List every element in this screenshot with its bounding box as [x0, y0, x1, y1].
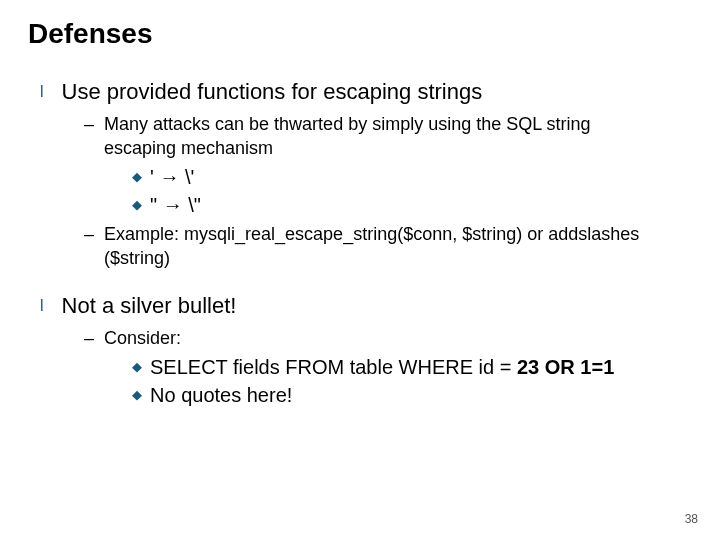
sql-query-line: ◆ SELECT fields FROM table WHERE id = 23…	[132, 354, 692, 380]
bullet-2: l Not a silver bullet!	[40, 292, 692, 320]
bullet-2-text: Not a silver bullet!	[62, 292, 237, 320]
query-injection: 23 OR 1=1	[517, 356, 614, 378]
dash-marker: –	[84, 326, 94, 350]
subbullet-2-1: – Consider:	[84, 326, 692, 350]
diamond-marker: ◆	[132, 382, 142, 408]
bullet-l1-marker: l	[40, 292, 44, 320]
query-mid: fields FROM table WHERE id =	[227, 356, 517, 378]
bullet-l1-marker: l	[40, 78, 44, 106]
bullet-1: l Use provided functions for escaping st…	[40, 78, 692, 106]
subbullet-2-1-text: Consider:	[104, 326, 181, 350]
no-quotes-text: No quotes here!	[150, 382, 292, 408]
escape-rule-1-text: ' → \'	[150, 164, 194, 190]
escape-rule-2-text: " → \"	[150, 192, 201, 218]
dash-marker: –	[84, 222, 94, 246]
escape-rule-2: ◆ " → \"	[132, 192, 692, 218]
escape-rule-1: ◆ ' → \'	[132, 164, 692, 190]
page-number: 38	[685, 512, 698, 526]
no-quotes-line: ◆ No quotes here!	[132, 382, 692, 408]
bullet-1-text: Use provided functions for escaping stri…	[62, 78, 483, 106]
slide-title: Defenses	[28, 18, 692, 50]
sql-query-text: SELECT fields FROM table WHERE id = 23 O…	[150, 354, 614, 380]
diamond-marker: ◆	[132, 354, 142, 380]
diamond-marker: ◆	[132, 192, 142, 218]
query-select: SELECT	[150, 356, 227, 378]
dash-marker: –	[84, 112, 94, 136]
diamond-marker: ◆	[132, 164, 142, 190]
subbullet-1-2: – Example: mysqli_real_escape_string($co…	[84, 222, 692, 270]
subbullet-1-2-text: Example: mysqli_real_escape_string($conn…	[104, 222, 664, 270]
no-quotes-rest: quotes here!	[176, 384, 293, 406]
no-quotes-prefix: No	[150, 384, 176, 406]
subbullet-1-1-text: Many attacks can be thwarted by simply u…	[104, 112, 664, 160]
subbullet-1-1: – Many attacks can be thwarted by simply…	[84, 112, 692, 160]
